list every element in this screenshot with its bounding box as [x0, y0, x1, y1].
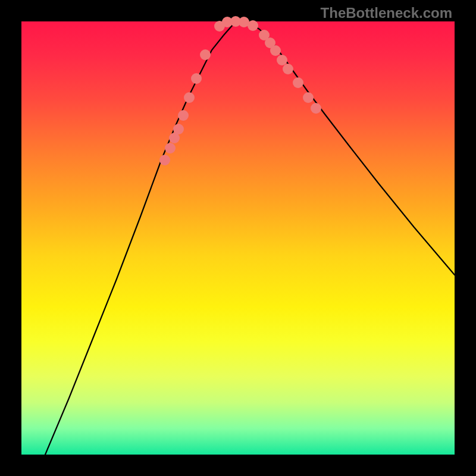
watermark-text: TheBottleneck.com [321, 5, 452, 21]
data-marker [159, 155, 170, 165]
data-marker [184, 92, 195, 103]
chart-svg [21, 21, 455, 455]
curve-group [45, 21, 455, 455]
data-marker [270, 45, 281, 56]
data-markers [159, 16, 321, 165]
data-marker [277, 55, 287, 65]
data-marker [293, 77, 303, 88]
data-marker [248, 20, 258, 31]
data-marker [178, 110, 189, 121]
data-marker [311, 103, 321, 114]
chart-container: TheBottleneck.com [0, 0, 476, 476]
data-marker [283, 64, 293, 74]
data-marker [173, 124, 184, 134]
plot-area [21, 21, 455, 455]
data-marker [303, 92, 314, 103]
data-marker [191, 73, 202, 84]
bottleneck-curve [45, 21, 455, 455]
data-marker [165, 143, 176, 154]
data-marker [200, 49, 211, 60]
